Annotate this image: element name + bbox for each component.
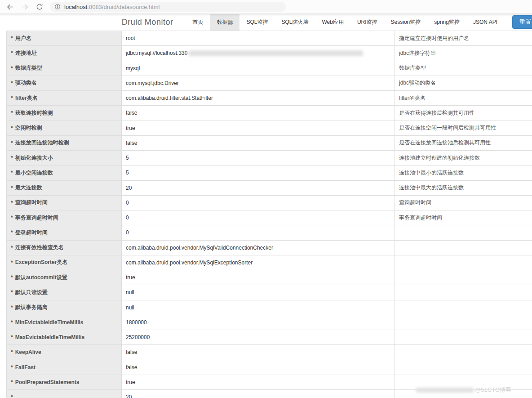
- property-desc-cell: [395, 300, 532, 315]
- nav-tab-3[interactable]: SQL监控: [239, 13, 275, 31]
- reset-button[interactable]: 重置: [512, 15, 532, 29]
- property-value-cell: 0: [122, 210, 395, 225]
- property-label: filter类名: [15, 94, 38, 102]
- property-name-cell: *最小空闲连接数: [7, 165, 122, 180]
- back-arrow-icon: [6, 3, 14, 11]
- table-row: *MinEvictableIdleTimeMillis 1800000: [7, 315, 532, 330]
- forward-button[interactable]: [20, 2, 29, 11]
- table-row: *数据库类型 mysql 数据库类型: [7, 61, 532, 76]
- required-asterisk: *: [11, 334, 13, 340]
- property-desc-cell: 连接池中最大的活跃连接数: [395, 181, 532, 195]
- table-row: * 20: [7, 390, 532, 398]
- property-name-cell: *ExceptionSorter类名: [7, 255, 122, 270]
- table-row: *默认只读设置 null: [7, 285, 532, 300]
- property-name-cell: *最大连接数: [7, 181, 122, 195]
- property-desc-cell: [395, 225, 532, 240]
- property-value: 25200000: [126, 334, 150, 340]
- nav-tab-9[interactable]: JSON API: [466, 13, 504, 31]
- property-label: 默认事务隔离: [15, 304, 48, 311]
- nav-tab-2[interactable]: 数据源: [210, 13, 239, 31]
- property-name-cell: *事务查询超时时间: [7, 210, 122, 225]
- property-desc-cell: jdbc驱动的类名: [395, 76, 532, 90]
- info-circle-icon[interactable]: [54, 4, 61, 10]
- property-label: 获取连接时检测: [15, 109, 53, 117]
- property-value-cell: true: [122, 270, 395, 285]
- required-asterisk: *: [11, 245, 13, 251]
- property-value: 5: [126, 170, 129, 176]
- property-value-cell: root: [122, 31, 395, 45]
- required-asterisk: *: [11, 185, 13, 191]
- property-label: 默认只读设置: [15, 289, 48, 296]
- property-value-cell: null: [122, 285, 395, 300]
- property-value: true: [126, 125, 135, 131]
- property-description: 指定建立连接时使用的用户名: [399, 35, 469, 42]
- table-row: *用户名 root 指定建立连接时使用的用户名: [7, 31, 532, 46]
- property-value-cell: mysql: [122, 61, 395, 76]
- property-value-cell: true: [122, 375, 395, 389]
- reload-button[interactable]: [35, 2, 44, 11]
- property-value: com.alibaba.druid.filter.stat.StatFilter: [126, 95, 213, 101]
- property-value: null: [126, 289, 134, 295]
- required-asterisk: *: [11, 304, 13, 311]
- nav-tabs: 首页数据源SQL监控SQL防火墙Web应用URI监控Session监控sprin…: [186, 13, 504, 31]
- nav-tab-4[interactable]: SQL防火墙: [275, 13, 315, 31]
- nav-tab-1[interactable]: 首页: [186, 13, 210, 31]
- property-value: 0: [126, 200, 129, 206]
- property-value-cell: 25200000: [122, 330, 395, 344]
- property-value: com.mysql.jdbc.Driver: [126, 80, 179, 86]
- required-asterisk: *: [11, 80, 13, 86]
- nav-tab-8[interactable]: spring监控: [427, 13, 466, 31]
- property-desc-cell: jdbc连接字符串: [395, 46, 532, 60]
- property-label: 初始化连接大小: [15, 154, 53, 162]
- nav-tab-5[interactable]: Web应用: [315, 13, 350, 31]
- table-row: *PoolPreparedStatements true: [7, 375, 532, 390]
- nav-tab-6[interactable]: URI监控: [350, 13, 384, 31]
- property-value-cell: true: [122, 121, 395, 135]
- table-row: *连接有效性检查类名 com.alibaba.druid.pool.vendor…: [7, 241, 532, 255]
- table-row: *连接放回连接池时检测 false 是否在连接放回连接池后检测其可用性: [7, 136, 532, 151]
- required-asterisk: *: [11, 394, 13, 398]
- required-asterisk: *: [11, 65, 13, 72]
- address-bar[interactable]: localhost:8083/druid/datasource.html: [50, 2, 286, 12]
- property-description: 事务查询超时时间: [399, 214, 442, 222]
- url-text: localhost:8083/druid/datasource.html: [64, 4, 160, 10]
- property-desc-cell: [395, 255, 532, 270]
- property-value-cell: 0: [122, 196, 395, 210]
- property-desc-cell: [395, 345, 532, 359]
- property-desc-cell: [395, 285, 532, 300]
- property-name-cell: *KeepAlive: [7, 345, 122, 359]
- property-value-cell: com.alibaba.druid.filter.stat.StatFilter: [122, 91, 395, 105]
- druid-navbar: Druid Monitor 首页数据源SQL监控SQL防火墙Web应用URI监控…: [0, 13, 532, 31]
- property-value: mysql: [126, 65, 140, 72]
- property-desc-cell: 是否在连接空闲一段时间后检测其可用性: [395, 121, 532, 135]
- table-row: *事务查询超时时间 0 事务查询超时时间: [7, 210, 532, 225]
- property-desc-cell: 事务查询超时时间: [395, 210, 532, 225]
- property-desc-cell: [395, 330, 532, 344]
- back-button[interactable]: [5, 2, 14, 11]
- reload-icon: [36, 3, 43, 10]
- property-value-cell: 0: [122, 225, 395, 240]
- property-value: true: [126, 379, 135, 385]
- property-desc-cell: 连接池建立时创建的初始化连接数: [395, 151, 532, 165]
- property-value: true: [126, 274, 135, 281]
- required-asterisk: *: [11, 140, 13, 146]
- required-asterisk: *: [11, 95, 13, 101]
- property-name-cell: *获取连接时检测: [7, 106, 122, 120]
- property-value: 20: [126, 394, 132, 398]
- property-name-cell: *默认autocommit设置: [7, 270, 122, 285]
- property-name-cell: *连接地址: [7, 46, 122, 60]
- property-name-cell: *登录超时时间: [7, 225, 122, 240]
- required-asterisk: *: [11, 155, 13, 161]
- property-desc-cell: 连接池中最小的活跃连接数: [395, 165, 532, 180]
- browser-toolbar: localhost:8083/druid/datasource.html: [0, 0, 532, 14]
- property-label: 连接有效性检查类名: [15, 244, 64, 251]
- property-label: ExceptionSorter类名: [15, 259, 68, 266]
- property-value-cell: com.alibaba.druid.pool.vendor.MySqlValid…: [122, 241, 395, 255]
- nav-tab-7[interactable]: Session监控: [384, 13, 428, 31]
- property-description: jdbc驱动的类名: [399, 79, 436, 87]
- property-name-cell: *MinEvictableIdleTimeMillis: [7, 315, 122, 330]
- property-description: 是否在连接放回连接池后检测其可用性: [399, 139, 491, 147]
- property-description: 连接池中最小的活跃连接数: [399, 169, 464, 177]
- property-desc-cell: [395, 360, 532, 375]
- required-asterisk: *: [11, 319, 13, 326]
